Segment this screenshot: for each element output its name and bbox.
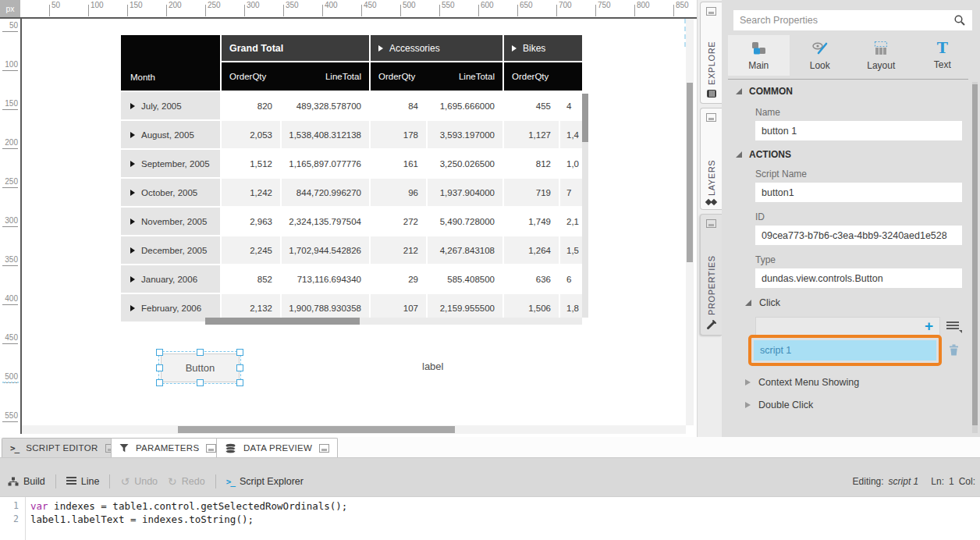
add-script-bar[interactable]: + <box>755 317 940 336</box>
window-popout-icon[interactable] <box>206 444 216 453</box>
script-name-input[interactable] <box>755 183 962 202</box>
table-cell[interactable]: 84 <box>371 92 426 119</box>
script-explorer-button[interactable]: >_ Script Explorer <box>226 476 304 487</box>
table-cell[interactable]: 4,267.843108 <box>428 236 502 264</box>
table-row-header[interactable]: January, 2006 <box>121 265 220 293</box>
name-input[interactable] <box>755 121 962 140</box>
undo-button[interactable]: ↺ Undo <box>120 476 158 487</box>
table-row-header[interactable]: November, 2005 <box>121 208 220 235</box>
add-script-icon[interactable]: + <box>925 318 939 335</box>
group-header[interactable]: Bikes <box>504 35 582 61</box>
scrollbar-thumb[interactable] <box>205 318 360 325</box>
resize-handle-w[interactable] <box>156 364 163 371</box>
table-cell[interactable]: 2,963 <box>222 208 280 235</box>
table-cell[interactable]: 29 <box>371 265 426 293</box>
table-cell[interactable]: 1,702,944.542826 <box>282 236 369 264</box>
table-cell[interactable]: 2,1 <box>560 208 582 235</box>
redo-button[interactable]: ↻ Redo <box>168 476 205 487</box>
window-popout-icon[interactable] <box>319 444 329 453</box>
tab-data-preview[interactable]: DATA PREVIEW <box>216 438 338 457</box>
table-cell[interactable]: 2,053 <box>222 121 280 148</box>
table-cell[interactable]: 3,250.026500 <box>428 150 502 177</box>
code-editor[interactable]: 1var indexes = table1.control.getSelecte… <box>0 496 980 540</box>
double-click-expander[interactable]: Double Click <box>745 400 813 410</box>
panel-scrollbar[interactable] <box>972 82 978 433</box>
table-cell[interactable]: 161 <box>371 150 426 177</box>
table-row-header[interactable]: December, 2005 <box>121 236 220 264</box>
table-cell[interactable]: 7 <box>560 179 582 206</box>
tab-look[interactable]: Look <box>790 35 851 76</box>
side-tab-explore[interactable]: EXPLORE <box>700 2 722 104</box>
search-box[interactable] <box>733 10 972 30</box>
table-cell[interactable]: 272 <box>371 208 426 235</box>
label-control[interactable]: label <box>422 361 443 372</box>
context-menu-showing-expander[interactable]: Context Menu Showing <box>745 377 859 388</box>
table-cell[interactable]: 1,5 <box>560 236 582 264</box>
code-line[interactable]: 2label1.labelText = indexes.toString(); <box>0 513 980 526</box>
code-line[interactable]: 1var indexes = table1.control.getSelecte… <box>0 499 980 513</box>
table-cell[interactable]: 1,749 <box>504 208 559 235</box>
resize-handle-e[interactable] <box>236 364 243 371</box>
window-popout-icon[interactable] <box>706 113 716 122</box>
id-input[interactable] <box>755 226 962 245</box>
table-cell[interactable]: 1,695.666000 <box>428 92 502 119</box>
tab-script-editor[interactable]: >_ SCRIPT EDITOR <box>2 438 124 457</box>
table-horizontal-scrollbar[interactable] <box>205 318 582 325</box>
build-button[interactable]: Build <box>8 476 45 487</box>
click-event-expander[interactable]: Click <box>745 297 780 308</box>
tab-layout[interactable]: Layout <box>850 35 912 76</box>
table-control[interactable]: MonthGrand TotalAccessoriesBikesOrderQty… <box>121 35 582 322</box>
search-input[interactable] <box>733 14 953 27</box>
table-cell[interactable]: 636 <box>504 265 559 293</box>
button-control[interactable]: Button <box>161 353 240 382</box>
table-cell[interactable]: 4 <box>560 92 582 119</box>
table-cell[interactable]: 6 <box>560 265 582 293</box>
group-header[interactable]: Accessories <box>371 35 502 61</box>
resize-handle-s[interactable] <box>197 379 204 386</box>
section-common[interactable]: COMMON <box>736 86 793 97</box>
window-popout-icon[interactable] <box>706 7 716 16</box>
tab-parameters[interactable]: PARAMETERS <box>111 438 225 457</box>
group-header[interactable]: Grand Total <box>222 35 369 61</box>
table-cell[interactable]: 1,4 <box>560 121 582 148</box>
table-cell[interactable]: 1,512 <box>222 150 280 177</box>
scrollbar-thumb[interactable] <box>972 84 978 425</box>
scrollbar-thumb[interactable] <box>687 83 693 262</box>
line-button[interactable]: Line <box>66 476 100 487</box>
search-icon[interactable] <box>953 14 966 27</box>
table-cell[interactable]: 812 <box>504 150 559 177</box>
table-cell[interactable]: 1,937.904000 <box>428 179 502 206</box>
table-vertical-scrollbar[interactable] <box>582 94 588 318</box>
tab-main[interactable]: Main <box>728 35 790 76</box>
table-cell[interactable]: 1,165,897.077776 <box>282 150 369 177</box>
table-row-header[interactable]: August, 2005 <box>121 121 220 148</box>
table-cell[interactable]: 713,116.694340 <box>282 265 369 293</box>
side-tab-properties[interactable]: PROPERTIES <box>700 214 722 336</box>
side-tab-layers[interactable]: LAYERS <box>700 108 722 210</box>
table-cell[interactable]: 844,720.996270 <box>282 179 369 206</box>
scrollbar-thumb[interactable] <box>178 426 455 433</box>
click-script-item[interactable]: script 1 <box>754 340 936 361</box>
column-header-month[interactable]: Month <box>121 35 220 91</box>
table-cell[interactable]: 585.408500 <box>428 265 502 293</box>
table-cell[interactable]: 820 <box>222 92 280 119</box>
table-cell[interactable]: 719 <box>504 179 559 206</box>
table-row-header[interactable]: October, 2005 <box>121 179 220 206</box>
table-cell[interactable]: 3,593.197000 <box>428 121 502 148</box>
table-row-header[interactable]: September, 2005 <box>121 150 220 177</box>
menu-icon[interactable] <box>946 322 959 331</box>
table-cell[interactable]: 1,264 <box>504 236 559 264</box>
table-cell[interactable]: 852 <box>222 265 280 293</box>
tab-text[interactable]: T Text <box>912 35 974 76</box>
table-cell[interactable]: 2,245 <box>222 236 280 264</box>
table-cell[interactable]: 489,328.578700 <box>282 92 369 119</box>
resize-handle-ne[interactable] <box>236 349 243 356</box>
canvas-horizontal-scrollbar[interactable] <box>22 425 686 434</box>
table-cell[interactable]: 1,242 <box>222 179 280 206</box>
canvas-vertical-scrollbar[interactable] <box>686 19 694 425</box>
table-cell[interactable]: 212 <box>371 236 426 264</box>
delete-script-icon[interactable] <box>949 344 959 356</box>
table-cell[interactable]: 5,490.728000 <box>428 208 502 235</box>
window-popout-icon[interactable] <box>706 219 716 228</box>
scrollbar-thumb[interactable] <box>582 94 588 142</box>
